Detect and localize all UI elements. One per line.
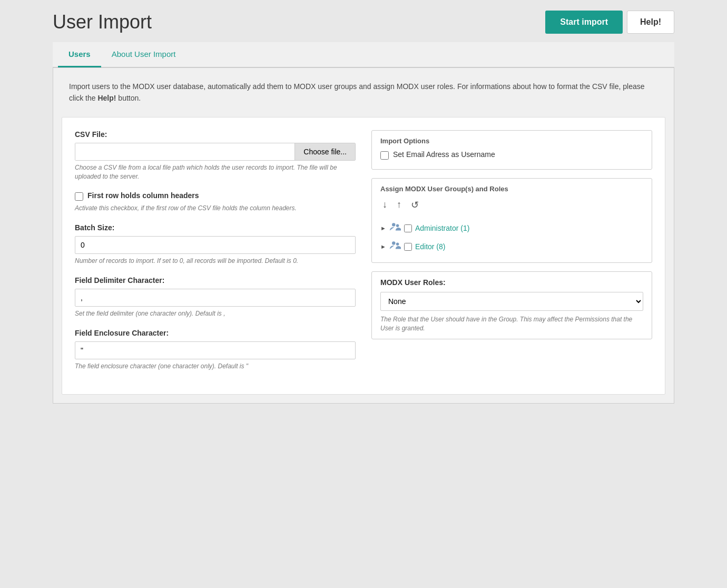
assign-groups-box: Assign MODX User Group(s) and Roles ↓ ↑ … xyxy=(371,178,652,263)
assign-groups-legend: Assign MODX User Group(s) and Roles xyxy=(380,185,643,193)
batch-size-hint: Number of records to import. If set to 0… xyxy=(75,257,356,266)
csv-file-input[interactable] xyxy=(75,143,294,160)
right-column: Import Options Set Email Adress as Usern… xyxy=(371,130,652,381)
modx-roles-hint: The Role that the User should have in th… xyxy=(380,315,643,333)
description-part2: button. xyxy=(116,94,141,102)
first-row-checkbox[interactable] xyxy=(75,192,83,201)
svg-point-1 xyxy=(396,224,399,227)
group-administrator-label: Administrator (1) xyxy=(415,224,469,232)
tabs-bar: Users About User Import xyxy=(53,42,674,67)
field-delimiter-label: Field Delimiter Character: xyxy=(75,276,356,285)
help-emphasis: Help! xyxy=(97,94,116,102)
csv-file-group: CSV File: Choose file... Choose a CSV fi… xyxy=(75,130,356,181)
description-box: Import users to the MODX user database, … xyxy=(53,68,674,117)
field-enclosure-input[interactable]: " xyxy=(75,341,356,359)
import-options-legend: Import Options xyxy=(380,137,643,145)
batch-size-group: Batch Size: 0 Number of records to impor… xyxy=(75,223,356,266)
svg-point-2 xyxy=(392,241,395,244)
main-content: Import users to the MODX user database, … xyxy=(53,67,674,404)
field-enclosure-label: Field Enclosure Character: xyxy=(75,329,356,337)
first-row-hint: Activate this checkbox, if the first row… xyxy=(75,204,356,213)
choose-file-button[interactable]: Choose file... xyxy=(294,143,355,160)
set-email-label[interactable]: Set Email Adress as Username xyxy=(393,150,495,159)
tree-controls: ↓ ↑ ↺ xyxy=(380,198,643,212)
group-icon xyxy=(389,221,401,236)
group-administrator-checkbox[interactable] xyxy=(404,224,412,232)
set-email-row: Set Email Adress as Username xyxy=(380,150,643,160)
set-email-checkbox[interactable] xyxy=(380,151,389,160)
group-editor-checkbox[interactable] xyxy=(404,243,412,251)
form-area: CSV File: Choose file... Choose a CSV fi… xyxy=(62,117,665,395)
first-row-checkbox-row: First row holds column headers xyxy=(75,191,356,201)
expand-all-button[interactable]: ↑ xyxy=(395,198,404,211)
svg-point-0 xyxy=(392,223,395,226)
chevron-right-icon: ► xyxy=(380,243,386,250)
import-options-box: Import Options Set Email Adress as Usern… xyxy=(371,130,652,170)
description-text: Import users to the MODX user database, … xyxy=(69,81,658,104)
csv-file-label: CSV File: xyxy=(75,130,356,139)
page-title: User Import xyxy=(53,11,152,33)
field-delimiter-input[interactable]: , xyxy=(75,289,356,307)
batch-size-input[interactable]: 0 xyxy=(75,236,356,254)
field-enclosure-group: Field Enclosure Character: " The field e… xyxy=(75,329,356,371)
modx-roles-select[interactable]: None Member Administrator Super User xyxy=(380,292,643,311)
first-row-group: First row holds column headers Activate … xyxy=(75,191,356,213)
tree-item[interactable]: ► Editor (8) xyxy=(380,238,643,256)
csv-file-hint: Choose a CSV file from a local file path… xyxy=(75,163,356,181)
group-editor-label: Editor (8) xyxy=(415,242,446,251)
page-header: User Import Start import Help! xyxy=(53,11,674,34)
modx-roles-box: MODX User Roles: None Member Administrat… xyxy=(371,271,652,340)
file-input-row: Choose file... xyxy=(75,143,356,161)
refresh-button[interactable]: ↺ xyxy=(409,198,421,212)
start-import-button[interactable]: Start import xyxy=(545,11,623,34)
tab-users[interactable]: Users xyxy=(58,42,101,67)
group-icon xyxy=(389,240,401,254)
field-enclosure-hint: The field enclosure character (one chara… xyxy=(75,362,356,371)
tree-item[interactable]: ► Administrator (1) xyxy=(380,219,643,238)
batch-size-label: Batch Size: xyxy=(75,223,356,232)
modx-roles-legend: MODX User Roles: xyxy=(380,278,643,287)
collapse-all-button[interactable]: ↓ xyxy=(380,198,389,211)
first-row-label[interactable]: First row holds column headers xyxy=(87,191,199,200)
chevron-right-icon: ► xyxy=(380,225,386,231)
help-button[interactable]: Help! xyxy=(627,11,674,34)
description-part1: Import users to the MODX user database, … xyxy=(69,82,645,102)
field-delimiter-group: Field Delimiter Character: , Set the fie… xyxy=(75,276,356,318)
left-column: CSV File: Choose file... Choose a CSV fi… xyxy=(75,130,356,381)
field-delimiter-hint: Set the field delimiter (one character o… xyxy=(75,309,356,318)
svg-point-3 xyxy=(396,242,399,246)
tab-about[interactable]: About User Import xyxy=(101,42,186,67)
header-buttons: Start import Help! xyxy=(545,11,674,34)
page-wrapper: User Import Start import Help! Users Abo… xyxy=(37,0,690,414)
